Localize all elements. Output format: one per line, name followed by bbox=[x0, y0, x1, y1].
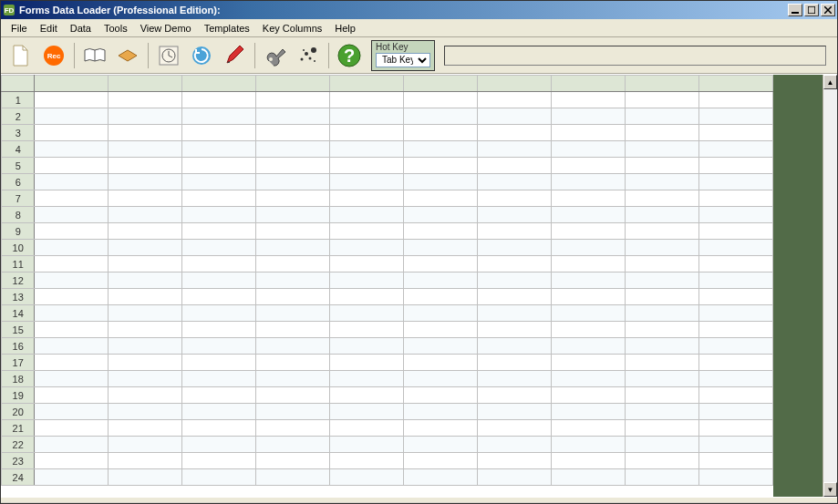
row-header[interactable]: 13 bbox=[2, 289, 35, 305]
grid-cell[interactable] bbox=[330, 125, 404, 141]
grid-cell[interactable] bbox=[35, 453, 109, 469]
grid-cell[interactable] bbox=[699, 240, 773, 256]
grid-cell[interactable] bbox=[404, 305, 478, 322]
grid-cell[interactable] bbox=[478, 453, 552, 469]
grid-cell[interactable] bbox=[699, 158, 773, 174]
grid-cell[interactable] bbox=[626, 92, 699, 108]
grid-cell[interactable] bbox=[182, 207, 256, 223]
grid-cell[interactable] bbox=[552, 141, 626, 158]
grid-cell[interactable] bbox=[699, 453, 773, 469]
grid-cell[interactable] bbox=[330, 371, 404, 387]
grid-cell[interactable] bbox=[256, 437, 330, 453]
grid-cell[interactable] bbox=[35, 437, 109, 453]
grid-cell[interactable] bbox=[552, 437, 626, 453]
column-header[interactable] bbox=[330, 76, 404, 92]
grid-cell[interactable] bbox=[552, 469, 626, 486]
grid-cell[interactable] bbox=[552, 404, 626, 420]
row-header[interactable]: 11 bbox=[2, 256, 35, 273]
grid-cell[interactable] bbox=[478, 289, 552, 305]
grid-cell[interactable] bbox=[256, 174, 330, 190]
grid-cell[interactable] bbox=[552, 108, 626, 125]
grid-cell[interactable] bbox=[109, 387, 182, 404]
grid-cell[interactable] bbox=[35, 240, 109, 256]
grid-cell[interactable] bbox=[256, 420, 330, 437]
row-header[interactable]: 16 bbox=[2, 338, 35, 355]
grid-cell[interactable] bbox=[626, 207, 699, 223]
grid-cell[interactable] bbox=[404, 371, 478, 387]
grid-cell[interactable] bbox=[330, 158, 404, 174]
column-header[interactable] bbox=[182, 76, 256, 92]
row-header[interactable]: 21 bbox=[2, 420, 35, 437]
grid-cell[interactable] bbox=[699, 355, 773, 371]
grid-cell[interactable] bbox=[182, 338, 256, 355]
grid-cell[interactable] bbox=[404, 469, 478, 486]
grid-cell[interactable] bbox=[182, 305, 256, 322]
grid-cell[interactable] bbox=[626, 256, 699, 273]
clock-button[interactable] bbox=[154, 41, 183, 70]
grid-cell[interactable] bbox=[626, 371, 699, 387]
grid-cell[interactable] bbox=[699, 92, 773, 108]
grid-cell[interactable] bbox=[182, 174, 256, 190]
grid-cell[interactable] bbox=[330, 223, 404, 240]
grid-cell[interactable] bbox=[35, 174, 109, 190]
grid-cell[interactable] bbox=[404, 92, 478, 108]
grid-cell[interactable] bbox=[478, 387, 552, 404]
grid-cell[interactable] bbox=[404, 207, 478, 223]
row-header[interactable]: 7 bbox=[2, 190, 35, 207]
row-header[interactable]: 8 bbox=[2, 207, 35, 223]
grid-cell[interactable] bbox=[478, 273, 552, 289]
scroll-up-button[interactable]: ▲ bbox=[823, 75, 837, 89]
grid-cell[interactable] bbox=[478, 420, 552, 437]
column-header[interactable] bbox=[35, 76, 109, 92]
grid-cell[interactable] bbox=[404, 420, 478, 437]
row-header[interactable]: 23 bbox=[2, 453, 35, 469]
grid-cell[interactable] bbox=[109, 404, 182, 420]
menu-key-columns[interactable]: Key Columns bbox=[256, 21, 328, 36]
grid-cell[interactable] bbox=[552, 273, 626, 289]
grid-cell[interactable] bbox=[109, 141, 182, 158]
grid-cell[interactable] bbox=[699, 256, 773, 273]
grid-cell[interactable] bbox=[626, 453, 699, 469]
scroll-track[interactable] bbox=[823, 89, 837, 482]
grid-cell[interactable] bbox=[626, 174, 699, 190]
grid-cell[interactable] bbox=[330, 404, 404, 420]
grid-cell[interactable] bbox=[109, 174, 182, 190]
column-header[interactable] bbox=[109, 76, 182, 92]
splash-button[interactable] bbox=[294, 41, 323, 70]
column-header[interactable] bbox=[478, 76, 552, 92]
grid-cell[interactable] bbox=[182, 404, 256, 420]
grid-cell[interactable] bbox=[330, 141, 404, 158]
grid-cell[interactable] bbox=[35, 420, 109, 437]
grid-cell[interactable] bbox=[256, 322, 330, 338]
grid-cell[interactable] bbox=[404, 338, 478, 355]
grid-cell[interactable] bbox=[699, 404, 773, 420]
grid-cell[interactable] bbox=[330, 289, 404, 305]
grid-cell[interactable] bbox=[35, 92, 109, 108]
grid-cell[interactable] bbox=[256, 92, 330, 108]
grid-cell[interactable] bbox=[699, 174, 773, 190]
grid-cell[interactable] bbox=[626, 338, 699, 355]
grid-cell[interactable] bbox=[35, 371, 109, 387]
grid-cell[interactable] bbox=[35, 273, 109, 289]
row-header[interactable]: 6 bbox=[2, 174, 35, 190]
grid-cell[interactable] bbox=[552, 92, 626, 108]
grid-cell[interactable] bbox=[478, 240, 552, 256]
grid-cell[interactable] bbox=[330, 174, 404, 190]
grid-cell[interactable] bbox=[404, 437, 478, 453]
grid-cell[interactable] bbox=[478, 338, 552, 355]
grid-cell[interactable] bbox=[35, 387, 109, 404]
grid-cell[interactable] bbox=[404, 289, 478, 305]
new-document-button[interactable] bbox=[6, 41, 36, 70]
open-book-button[interactable] bbox=[80, 41, 109, 70]
grid-cell[interactable] bbox=[478, 469, 552, 486]
record-button[interactable]: Rec bbox=[39, 41, 68, 70]
grid-cell[interactable] bbox=[478, 371, 552, 387]
grid-cell[interactable] bbox=[256, 108, 330, 125]
grid-cell[interactable] bbox=[109, 207, 182, 223]
row-header[interactable]: 9 bbox=[2, 223, 35, 240]
grid-cell[interactable] bbox=[109, 437, 182, 453]
grid-cell[interactable] bbox=[35, 141, 109, 158]
diamond-button[interactable] bbox=[113, 41, 142, 70]
grid-cell[interactable] bbox=[478, 108, 552, 125]
row-header[interactable]: 20 bbox=[2, 404, 35, 420]
